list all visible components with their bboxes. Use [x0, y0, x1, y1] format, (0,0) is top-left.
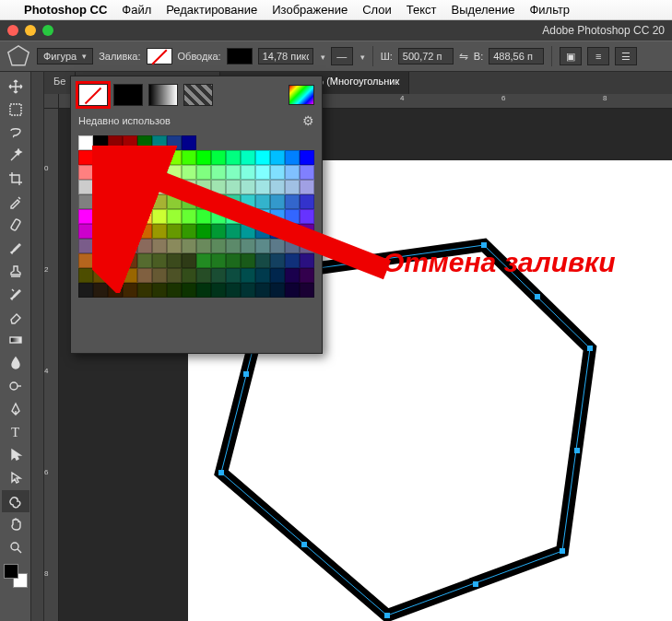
color-swatch[interactable]: [211, 180, 226, 194]
color-swatch[interactable]: [241, 194, 255, 209]
ruler-corner[interactable]: [44, 94, 59, 109]
color-swatch[interactable]: [182, 194, 196, 209]
color-swatch[interactable]: [108, 283, 123, 298]
color-swatch[interactable]: [78, 135, 93, 150]
stroke-width-field[interactable]: [258, 48, 313, 64]
color-swatch[interactable]: [137, 135, 152, 150]
custom-shape-tool[interactable]: [2, 490, 29, 512]
color-swatch[interactable]: [241, 180, 255, 194]
color-swatch[interactable]: [152, 239, 167, 253]
no-color-button[interactable]: [78, 84, 108, 106]
color-swatch[interactable]: [285, 180, 300, 194]
color-swatch[interactable]: [270, 224, 285, 239]
width-field[interactable]: [398, 48, 454, 64]
color-swatch[interactable]: [285, 253, 300, 268]
color-swatch[interactable]: [300, 224, 314, 239]
menu-select[interactable]: Выделение: [452, 3, 515, 17]
menu-text[interactable]: Текст: [407, 3, 437, 17]
color-swatch[interactable]: [255, 180, 270, 194]
color-swatch[interactable]: [93, 165, 108, 180]
color-swatch[interactable]: [167, 283, 182, 298]
polygon-tool-icon[interactable]: [6, 46, 31, 66]
minimize-button[interactable]: [25, 25, 36, 36]
color-swatch[interactable]: [285, 268, 300, 283]
magic-wand-tool[interactable]: [2, 145, 29, 167]
color-swatch[interactable]: [182, 209, 196, 224]
color-swatch[interactable]: [137, 209, 152, 224]
path-selection-tool[interactable]: [2, 444, 29, 466]
color-swatch[interactable]: [152, 224, 167, 239]
eraser-tool[interactable]: [2, 306, 29, 328]
color-swatch[interactable]: [167, 253, 182, 268]
color-swatch[interactable]: [300, 180, 314, 194]
color-swatch[interactable]: [196, 268, 211, 283]
color-swatch[interactable]: [196, 253, 211, 268]
color-swatch[interactable]: [211, 165, 226, 180]
color-swatch[interactable]: [182, 224, 196, 239]
path-arrange-button[interactable]: ☰: [615, 47, 637, 65]
marquee-tool[interactable]: [2, 99, 29, 121]
color-swatch[interactable]: [167, 180, 182, 194]
color-swatch[interactable]: [285, 194, 300, 209]
color-swatch[interactable]: [78, 253, 93, 268]
color-swatch[interactable]: [270, 283, 285, 298]
color-swatch[interactable]: [300, 165, 314, 180]
color-swatch[interactable]: [78, 268, 93, 283]
color-swatch[interactable]: [270, 180, 285, 194]
fill-swatch[interactable]: [147, 48, 172, 64]
color-swatch[interactable]: [123, 224, 137, 239]
color-swatch[interactable]: [255, 268, 270, 283]
color-swatch[interactable]: [226, 150, 241, 165]
color-swatch[interactable]: [78, 180, 93, 194]
color-swatch[interactable]: [93, 150, 108, 165]
close-button[interactable]: [7, 25, 18, 36]
menu-edit[interactable]: Редактирование: [166, 3, 257, 17]
direct-selection-tool[interactable]: [2, 467, 29, 489]
color-swatch[interactable]: [123, 253, 137, 268]
color-swatch[interactable]: [211, 283, 226, 298]
stamp-tool[interactable]: [2, 260, 29, 282]
color-swatch[interactable]: [196, 224, 211, 239]
color-swatch[interactable]: [108, 253, 123, 268]
color-swatch[interactable]: [152, 209, 167, 224]
color-swatch[interactable]: [152, 194, 167, 209]
color-swatch[interactable]: [123, 209, 137, 224]
color-swatch[interactable]: [93, 194, 108, 209]
color-swatch[interactable]: [182, 135, 196, 150]
color-swatch[interactable]: [255, 150, 270, 165]
color-swatch[interactable]: [255, 165, 270, 180]
color-swatch[interactable]: [196, 239, 211, 253]
color-swatch[interactable]: [137, 180, 152, 194]
hand-tool[interactable]: [2, 513, 29, 535]
color-swatch[interactable]: [93, 268, 108, 283]
color-swatch[interactable]: [196, 209, 211, 224]
color-swatch[interactable]: [270, 209, 285, 224]
color-swatch[interactable]: [211, 268, 226, 283]
color-swatch[interactable]: [123, 165, 137, 180]
color-swatch[interactable]: [182, 150, 196, 165]
color-swatch[interactable]: [152, 253, 167, 268]
history-brush-tool[interactable]: [2, 283, 29, 305]
color-swatch[interactable]: [93, 180, 108, 194]
color-swatch[interactable]: [241, 283, 255, 298]
color-swatch[interactable]: [123, 194, 137, 209]
color-swatch[interactable]: [108, 224, 123, 239]
healing-tool[interactable]: [2, 214, 29, 236]
color-swatch[interactable]: [196, 283, 211, 298]
color-swatch[interactable]: [196, 150, 211, 165]
color-swatch[interactable]: [93, 135, 108, 150]
color-swatch[interactable]: [123, 268, 137, 283]
color-swatch[interactable]: [285, 283, 300, 298]
color-swatch[interactable]: [137, 268, 152, 283]
color-swatch[interactable]: [196, 180, 211, 194]
color-swatch[interactable]: [226, 194, 241, 209]
color-swatch[interactable]: [123, 239, 137, 253]
foreground-color[interactable]: [4, 564, 18, 579]
color-swatch[interactable]: [182, 253, 196, 268]
color-swatch[interactable]: [270, 150, 285, 165]
pen-tool[interactable]: [2, 398, 29, 420]
color-swatch[interactable]: [93, 224, 108, 239]
panel-dock-rail[interactable]: [31, 72, 44, 621]
color-swatch[interactable]: [255, 253, 270, 268]
vertical-ruler[interactable]: 0 2 4 6 8: [44, 109, 59, 621]
